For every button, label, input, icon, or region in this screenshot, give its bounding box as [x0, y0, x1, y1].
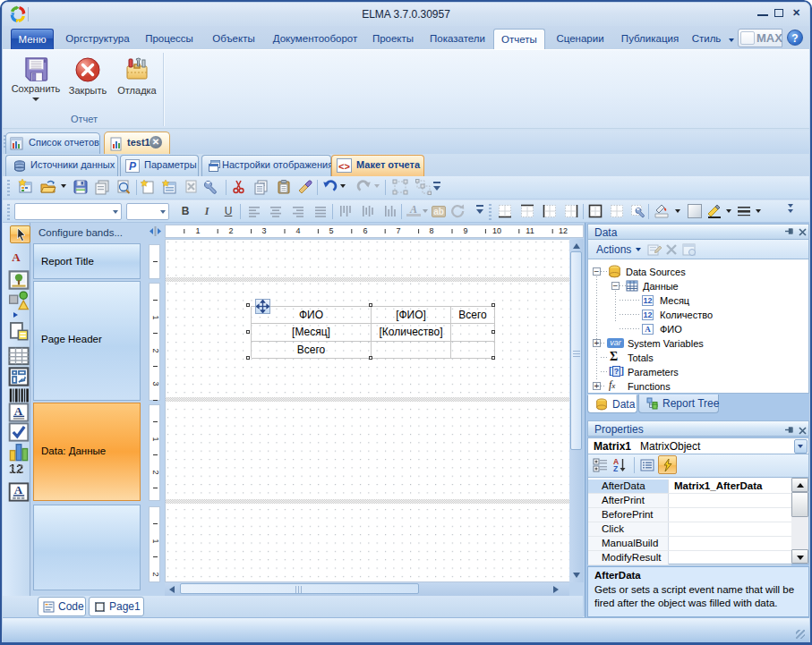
svg-text:A: A — [14, 404, 23, 418]
svg-text:A: A — [14, 483, 23, 496]
svg-text:Z: Z — [613, 464, 618, 472]
